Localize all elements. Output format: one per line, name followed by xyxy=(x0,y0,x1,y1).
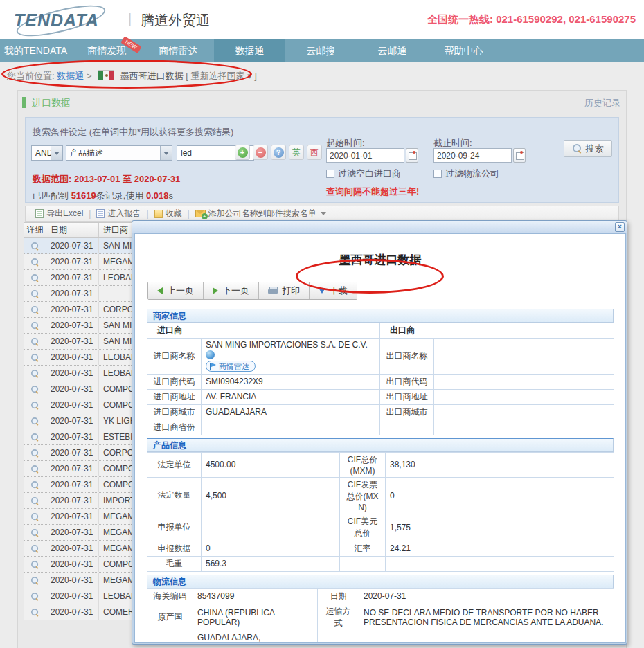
add-condition-button[interactable]: + xyxy=(235,145,250,160)
detail-magnifier-icon[interactable] xyxy=(31,608,39,615)
detail-magnifier-icon[interactable] xyxy=(31,305,39,313)
history-link[interactable]: 历史记录 xyxy=(584,97,620,109)
row-detail-cell[interactable] xyxy=(24,270,46,285)
calendar-icon[interactable] xyxy=(513,148,526,163)
search-button[interactable]: 搜索 xyxy=(564,140,612,157)
row-detail-cell[interactable] xyxy=(24,413,46,429)
calendar-icon[interactable] xyxy=(406,148,418,163)
nav-tab[interactable]: 我的TENDATA xyxy=(0,39,71,62)
nav-tab[interactable]: 帮助中心 xyxy=(428,39,499,62)
remove-condition-button[interactable]: − xyxy=(253,145,268,160)
row-detail-cell[interactable] xyxy=(24,557,46,572)
row-date: 2020-07-31 xyxy=(46,429,99,444)
row-detail-cell[interactable] xyxy=(24,604,46,620)
nav-tab[interactable]: 商情发现NEW xyxy=(71,39,143,62)
checkbox-logistics[interactable] xyxy=(433,170,442,178)
row-detail-cell[interactable] xyxy=(24,445,46,460)
filter-blank-importer[interactable]: 过滤空白进口商 xyxy=(326,168,401,180)
row-detail-cell[interactable] xyxy=(24,302,46,317)
favorite-button[interactable]: 收藏 xyxy=(149,208,188,219)
detail-magnifier-icon[interactable] xyxy=(31,273,39,281)
detail-magnifier-icon[interactable] xyxy=(31,592,39,600)
detail-magnifier-icon[interactable] xyxy=(31,576,39,584)
nav-tab[interactable]: 云邮搜 xyxy=(285,39,357,62)
detail-magnifier-icon[interactable] xyxy=(31,465,39,472)
detail-magnifier-icon[interactable] xyxy=(31,401,39,408)
radar-badge[interactable]: 商情雷达 xyxy=(206,361,256,372)
detail-magnifier-icon[interactable] xyxy=(31,480,39,488)
nav-tab[interactable]: 数据通 xyxy=(214,39,285,62)
nav-tab[interactable]: 云邮通 xyxy=(357,39,428,62)
detail-magnifier-icon[interactable] xyxy=(31,369,39,377)
row-detail-cell[interactable] xyxy=(24,573,46,588)
row-detail-cell[interactable] xyxy=(24,254,46,269)
row-detail-cell[interactable] xyxy=(24,541,46,556)
detail-magnifier-icon[interactable] xyxy=(31,321,39,329)
detail-label: 法定单位 xyxy=(147,452,202,477)
detail-magnifier-icon[interactable] xyxy=(31,353,39,361)
detail-label: 出口商城市 xyxy=(380,404,434,420)
next-page-button[interactable]: 下一页 xyxy=(204,282,259,299)
detail-value: AV. FRANCIA xyxy=(202,389,380,404)
detail-magnifier-icon[interactable] xyxy=(31,449,39,456)
breadcrumb-link-datahub[interactable]: 数据通 xyxy=(57,71,84,81)
matched-middle: 条记录,使用 xyxy=(96,190,146,201)
lang-es-button[interactable]: 西 xyxy=(307,145,322,160)
detail-label: 申报数据 xyxy=(147,541,202,556)
add-to-mail-list-button[interactable]: 添加公司名称到邮件搜索名单 xyxy=(190,208,332,219)
detail-magnifier-icon[interactable] xyxy=(31,417,39,424)
row-detail-cell[interactable] xyxy=(24,461,46,476)
row-detail-cell[interactable] xyxy=(24,286,46,301)
reselect-country-link[interactable]: [ 重新选择国家 ▾ ] xyxy=(186,71,257,81)
operator-select[interactable]: AND xyxy=(31,145,63,161)
filter-logistics-company[interactable]: 过滤物流公司 xyxy=(433,168,499,180)
detail-magnifier-icon[interactable] xyxy=(31,289,39,297)
detail-magnifier-icon[interactable] xyxy=(31,385,39,393)
row-detail-cell[interactable] xyxy=(24,588,46,604)
detail-magnifier-icon[interactable] xyxy=(31,528,39,536)
reselect-country-label: [ 重新选择国家 xyxy=(186,71,244,81)
detail-value: 0 xyxy=(386,477,614,514)
start-date-input[interactable] xyxy=(326,148,404,163)
record-detail-modal: × 墨西哥进口数据 上一页 下一页 打印 下载 商家信息 xyxy=(132,220,627,645)
nav-tab[interactable]: 商情雷达 xyxy=(143,39,214,62)
row-detail-cell[interactable] xyxy=(24,366,46,381)
end-date-input[interactable] xyxy=(433,148,512,163)
row-detail-cell[interactable] xyxy=(24,429,46,444)
chevron-down-icon xyxy=(321,212,326,215)
detail-magnifier-icon[interactable] xyxy=(31,242,39,249)
detail-magnifier-icon[interactable] xyxy=(31,258,39,265)
row-detail-cell[interactable] xyxy=(24,477,46,492)
row-date: 2020-07-31 xyxy=(46,366,99,381)
row-detail-cell[interactable] xyxy=(24,238,46,253)
row-detail-cell[interactable] xyxy=(24,493,46,508)
enter-report-button[interactable]: 进入报告 xyxy=(91,208,146,219)
globe-icon[interactable] xyxy=(206,350,215,359)
print-button[interactable]: 打印 xyxy=(259,282,310,299)
detail-magnifier-icon[interactable] xyxy=(31,433,39,440)
close-icon[interactable]: × xyxy=(615,222,625,232)
detail-value: 2020-07-31 xyxy=(359,588,614,604)
row-detail-cell[interactable] xyxy=(24,318,46,333)
detail-magnifier-icon[interactable] xyxy=(31,560,39,568)
tendata-logo[interactable]: TENDATA xyxy=(14,8,125,32)
row-detail-cell[interactable] xyxy=(24,525,46,540)
detail-row: 申报数据0汇率24.21 xyxy=(147,541,614,556)
prev-page-button[interactable]: 上一页 xyxy=(148,282,204,299)
download-button[interactable]: 下载 xyxy=(310,282,357,299)
detail-magnifier-icon[interactable] xyxy=(31,496,39,504)
row-detail-cell[interactable] xyxy=(24,397,46,413)
row-detail-cell[interactable] xyxy=(24,350,46,365)
logo-text: TENDATA xyxy=(14,8,125,32)
help-button[interactable]: ? xyxy=(271,145,286,160)
field-select[interactable]: 产品描述 xyxy=(66,145,172,161)
detail-magnifier-icon[interactable] xyxy=(31,544,39,552)
detail-magnifier-icon[interactable] xyxy=(31,337,39,345)
row-detail-cell[interactable] xyxy=(24,334,46,349)
export-excel-button[interactable]: 导出Excel xyxy=(30,208,89,219)
detail-magnifier-icon[interactable] xyxy=(31,512,39,520)
lang-en-button[interactable]: 英 xyxy=(289,145,304,160)
checkbox-blank-importer[interactable] xyxy=(326,170,334,178)
row-detail-cell[interactable] xyxy=(24,509,46,524)
row-detail-cell[interactable] xyxy=(24,381,46,397)
